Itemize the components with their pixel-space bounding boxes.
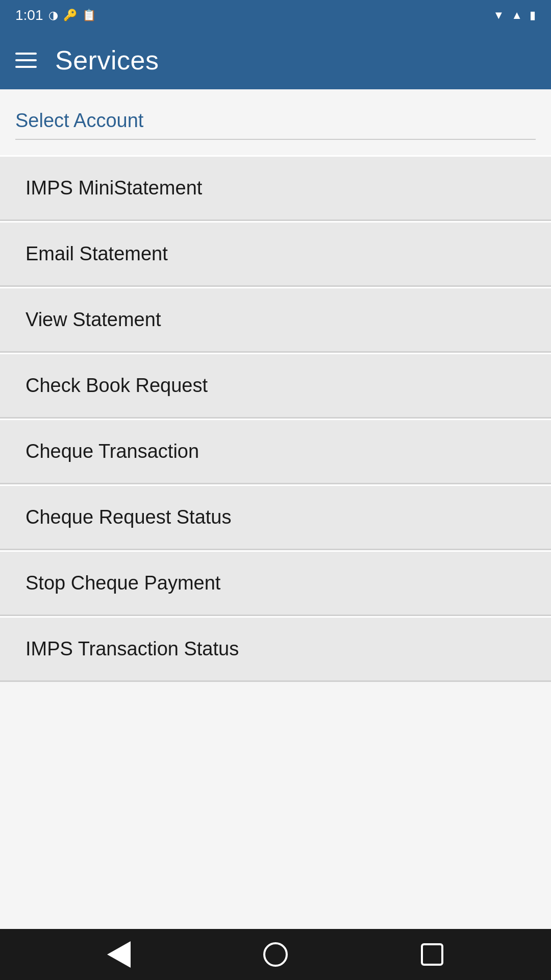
service-item-imps-transaction-status[interactable]: IMPS Transaction Status [0,616,551,682]
app-title: Services [55,45,159,76]
signal-icon: ▲ [511,9,522,22]
service-list: IMPS MiniStatement Email Statement View … [0,155,551,682]
clipboard-icon: 📋 [82,9,96,22]
status-bar: 1:01 ◑ 🔑 📋 ▼ ▲ ▮ [0,0,551,31]
recent-button[interactable] [412,934,453,975]
back-triangle-icon [107,941,131,968]
status-bar-left: 1:01 ◑ 🔑 📋 [15,7,96,23]
recent-square-icon [421,943,443,966]
select-account-section: Select Account [0,89,551,145]
service-item-view-statement[interactable]: View Statement [0,287,551,353]
select-account-field[interactable]: Select Account [15,110,536,140]
status-bar-right: ▼ ▲ ▮ [493,9,536,22]
bottom-nav [0,929,551,980]
service-item-cheque-transaction[interactable]: Cheque Transaction [0,419,551,484]
app-bar: Services [0,31,551,89]
wifi-icon: ▼ [493,9,504,22]
home-circle-icon [263,942,288,967]
key-icon: 🔑 [63,9,77,22]
status-time: 1:01 [15,7,43,23]
battery-icon: ▮ [530,9,536,22]
back-button[interactable] [98,934,139,975]
service-item-cheque-request-status[interactable]: Cheque Request Status [0,484,551,550]
service-item-check-book-request[interactable]: Check Book Request [0,353,551,419]
service-item-stop-cheque-payment[interactable]: Stop Cheque Payment [0,550,551,616]
service-item-imps-mini-statement[interactable]: IMPS MiniStatement [0,155,551,221]
hamburger-menu-button[interactable] [15,53,37,68]
service-item-email-statement[interactable]: Email Statement [0,221,551,287]
main-content: Select Account IMPS MiniStatement Email … [0,89,551,929]
home-button[interactable] [255,934,296,975]
shield-icon: ◑ [48,9,58,22]
